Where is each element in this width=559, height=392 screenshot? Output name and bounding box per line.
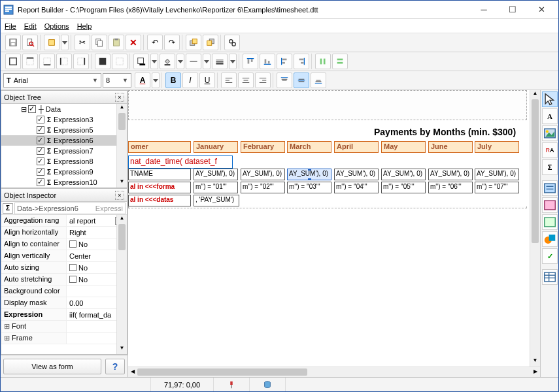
property-checkbox[interactable]: [69, 264, 76, 271]
property-row[interactable]: ⊞ Font: [1, 321, 127, 333]
property-row[interactable]: Align verticallyCenter: [1, 250, 127, 262]
property-row[interactable]: Display mask0.00: [1, 297, 127, 309]
valign-top-button[interactable]: [277, 73, 292, 88]
align-left-edges-button[interactable]: [277, 54, 292, 69]
maximize-button[interactable]: ☐: [498, 1, 527, 19]
find-button[interactable]: [224, 35, 240, 50]
column-header-customer[interactable]: omer: [128, 141, 191, 153]
footer-expression-cell[interactable]: m'') = ''06''': [428, 182, 473, 193]
line-width-button[interactable]: [212, 54, 228, 69]
send-back-button[interactable]: [203, 35, 218, 50]
font-color-dropdown[interactable]: [152, 73, 160, 88]
detail-expression-cell[interactable]: AY_SUM'), 0): [428, 169, 473, 180]
column-header-month[interactable]: June: [428, 141, 473, 153]
column-header-month[interactable]: March: [287, 141, 331, 153]
property-row[interactable]: Align horizontallyRight: [1, 227, 127, 238]
border-color-dropdown[interactable]: [150, 54, 158, 69]
group-footer-fmt[interactable]: al in <<<forma: [128, 182, 191, 193]
inspector-scrollbar[interactable]: ▲ ▼: [116, 215, 127, 354]
font-size-combo[interactable]: 8 ▼: [103, 73, 131, 88]
tree-item[interactable]: ΣExpression10: [1, 177, 127, 188]
shape-tool[interactable]: [542, 231, 558, 247]
menu-file[interactable]: File: [5, 22, 16, 30]
footer-expression-cell[interactable]: m'') = ''04''': [334, 182, 379, 193]
canvas-hscrollbar[interactable]: ◀ ▶: [128, 367, 540, 377]
tree-item-checkbox[interactable]: [37, 147, 44, 155]
paysum-cell[interactable]: , 'PAY_SUM'): [194, 195, 239, 206]
border-right-button[interactable]: [73, 54, 89, 69]
tree-item-checkbox[interactable]: [37, 157, 44, 165]
border-left-button[interactable]: [56, 54, 72, 69]
footer-expression-cell[interactable]: m'') = ''02''': [241, 182, 285, 193]
close-button[interactable]: ✕: [527, 1, 556, 19]
fill-color-dropdown[interactable]: [177, 54, 184, 69]
font-color-button[interactable]: A: [135, 73, 150, 88]
new-object-button[interactable]: [44, 35, 59, 50]
tree-item-checkbox[interactable]: [37, 116, 44, 123]
border-top-button[interactable]: [22, 54, 38, 69]
object-tree-body[interactable]: ⊟ ┼ Data ΣExpression3ΣExpression5ΣExpres…: [1, 104, 127, 188]
property-row[interactable]: ⊞ Frame: [1, 333, 127, 344]
status-pin-icon[interactable]: [214, 378, 250, 391]
footer-expression-cell[interactable]: m'') = ''01''': [194, 182, 238, 193]
image-tool[interactable]: [542, 125, 558, 141]
bold-button[interactable]: B: [165, 73, 181, 88]
column-header-month[interactable]: February: [241, 141, 285, 153]
delete-button[interactable]: ✕: [126, 35, 141, 50]
detail-expression-cell[interactable]: AY_SUM'), 0): [287, 169, 331, 180]
property-row[interactable]: Auto sizingNo: [1, 262, 127, 274]
column-header-month[interactable]: April: [334, 141, 379, 153]
report-title-label[interactable]: Payments by Months (min. $300): [374, 127, 516, 137]
tree-item[interactable]: ΣExpression7: [1, 146, 127, 156]
property-row[interactable]: Align to containerNo: [1, 238, 127, 250]
dbimage-tool[interactable]: [542, 197, 558, 213]
column-header-month[interactable]: January: [194, 141, 238, 153]
copy-button[interactable]: [92, 35, 107, 50]
tree-root-row[interactable]: ⊟ ┼ Data: [1, 104, 127, 114]
tree-item-checkbox[interactable]: [37, 137, 44, 144]
redo-button[interactable]: ↷: [164, 35, 180, 50]
preview-button[interactable]: [22, 35, 38, 50]
property-row[interactable]: Background color: [1, 286, 127, 297]
property-row[interactable]: Auto stretchingNo: [1, 274, 127, 286]
detail-name-cell[interactable]: TNAME: [128, 169, 191, 180]
align-right-edges-button[interactable]: [294, 54, 309, 69]
select-tool[interactable]: [542, 91, 558, 107]
help-button[interactable]: ?: [105, 359, 125, 374]
minimize-button[interactable]: ─: [469, 1, 498, 19]
line-style-button[interactable]: [186, 54, 201, 69]
new-object-dropdown[interactable]: [61, 35, 69, 50]
paste-button[interactable]: [109, 35, 124, 50]
border-color-button[interactable]: [133, 54, 149, 69]
expression-tool[interactable]: Σ: [542, 159, 558, 175]
property-grid[interactable]: Aggregation rangal report ▼Align horizon…: [1, 215, 127, 354]
save-button[interactable]: [5, 35, 21, 50]
halign-left-button[interactable]: [221, 73, 237, 88]
valign-middle-button[interactable]: [294, 73, 309, 88]
line-style-dropdown[interactable]: [203, 54, 211, 69]
label-tool[interactable]: A: [542, 108, 558, 124]
property-row[interactable]: Expressioniif( format_da: [1, 309, 127, 321]
italic-button[interactable]: I: [182, 73, 198, 88]
tree-item-checkbox[interactable]: [37, 178, 44, 186]
property-row[interactable]: Aggregation rangal report ▼: [1, 215, 127, 227]
inspector-object-combo[interactable]: Data->Expression6 Expressi: [14, 203, 126, 214]
same-width-button[interactable]: [332, 54, 348, 69]
same-height-button[interactable]: [315, 54, 331, 69]
menu-options[interactable]: Options: [44, 22, 69, 30]
undo-button[interactable]: ↶: [147, 35, 163, 50]
footer-expression-cell[interactable]: m'') = ''05''': [381, 182, 426, 193]
report-canvas[interactable]: Payments by Months (min. $300) omerJanua…: [128, 90, 540, 367]
property-checkbox[interactable]: [69, 240, 76, 248]
footer-expression-cell[interactable]: m'') = ''03''': [287, 182, 331, 193]
footer-expression-cell[interactable]: m'') = ''07''': [475, 182, 519, 193]
column-header-month[interactable]: July: [475, 141, 519, 153]
align-top-edges-button[interactable]: [243, 54, 258, 69]
dbrichtext-tool[interactable]: [542, 214, 558, 230]
tree-root-checkbox[interactable]: [28, 105, 36, 113]
property-checkbox[interactable]: [69, 276, 76, 283]
underline-button[interactable]: U: [199, 73, 215, 88]
object-inspector-close-button[interactable]: ×: [115, 191, 124, 200]
tree-item-checkbox[interactable]: [37, 168, 44, 176]
group-footer-ds[interactable]: al in <<<datas: [128, 195, 191, 206]
